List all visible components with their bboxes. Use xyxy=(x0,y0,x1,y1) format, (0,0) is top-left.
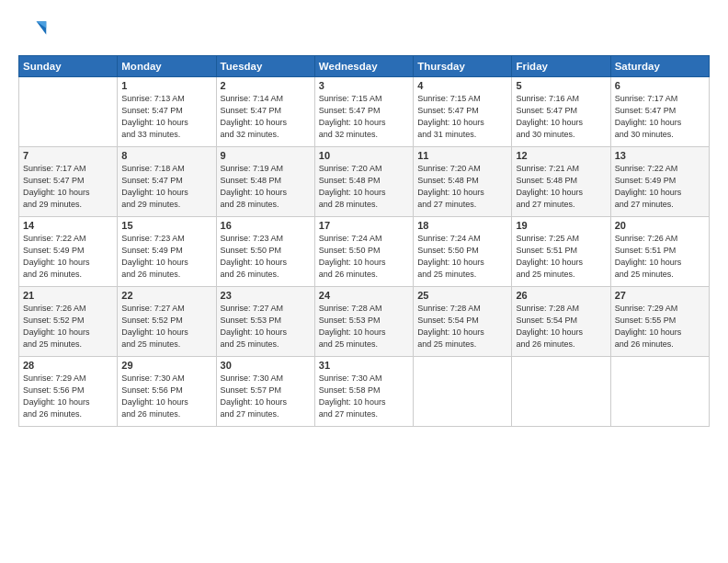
day-number: 29 xyxy=(121,360,211,371)
day-info: Sunrise: 7:20 AM Sunset: 5:48 PM Dayligh… xyxy=(319,163,409,211)
day-number: 31 xyxy=(319,360,409,371)
col-header-wednesday: Wednesday xyxy=(314,56,413,77)
day-cell: 23Sunrise: 7:27 AM Sunset: 5:53 PM Dayli… xyxy=(216,287,314,357)
day-number: 19 xyxy=(516,220,606,231)
day-number: 26 xyxy=(516,290,606,301)
week-row-1: 1Sunrise: 7:13 AM Sunset: 5:47 PM Daylig… xyxy=(19,77,710,147)
day-cell xyxy=(610,357,709,427)
day-cell: 15Sunrise: 7:23 AM Sunset: 5:49 PM Dayli… xyxy=(118,217,216,287)
day-number: 14 xyxy=(23,220,113,231)
day-cell: 22Sunrise: 7:27 AM Sunset: 5:52 PM Dayli… xyxy=(118,287,216,357)
day-info: Sunrise: 7:26 AM Sunset: 5:52 PM Dayligh… xyxy=(23,303,113,350)
col-header-friday: Friday xyxy=(512,56,610,77)
day-info: Sunrise: 7:22 AM Sunset: 5:49 PM Dayligh… xyxy=(615,163,705,211)
week-row-4: 21Sunrise: 7:26 AM Sunset: 5:52 PM Dayli… xyxy=(19,287,710,357)
day-info: Sunrise: 7:28 AM Sunset: 5:54 PM Dayligh… xyxy=(417,303,507,350)
day-number: 15 xyxy=(121,220,211,231)
day-info: Sunrise: 7:30 AM Sunset: 5:58 PM Dayligh… xyxy=(319,373,409,420)
day-info: Sunrise: 7:29 AM Sunset: 5:56 PM Dayligh… xyxy=(23,373,113,420)
day-cell: 20Sunrise: 7:26 AM Sunset: 5:51 PM Dayli… xyxy=(610,217,709,287)
day-number: 2 xyxy=(221,80,311,91)
day-cell: 10Sunrise: 7:20 AM Sunset: 5:48 PM Dayli… xyxy=(314,147,413,217)
day-info: Sunrise: 7:28 AM Sunset: 5:54 PM Dayligh… xyxy=(516,303,606,350)
week-row-2: 7Sunrise: 7:17 AM Sunset: 5:47 PM Daylig… xyxy=(19,147,710,217)
week-row-3: 14Sunrise: 7:22 AM Sunset: 5:49 PM Dayli… xyxy=(19,217,710,287)
day-cell xyxy=(512,357,610,427)
day-number: 23 xyxy=(221,290,311,301)
day-info: Sunrise: 7:23 AM Sunset: 5:50 PM Dayligh… xyxy=(221,233,311,281)
day-number: 8 xyxy=(121,150,211,161)
day-cell: 6Sunrise: 7:17 AM Sunset: 5:47 PM Daylig… xyxy=(610,77,709,147)
day-cell: 7Sunrise: 7:17 AM Sunset: 5:47 PM Daylig… xyxy=(19,147,118,217)
day-number: 6 xyxy=(615,80,705,91)
day-number: 22 xyxy=(121,290,211,301)
day-cell xyxy=(414,357,512,427)
day-cell: 21Sunrise: 7:26 AM Sunset: 5:52 PM Dayli… xyxy=(19,287,118,357)
day-info: Sunrise: 7:13 AM Sunset: 5:47 PM Dayligh… xyxy=(121,93,211,141)
day-cell: 28Sunrise: 7:29 AM Sunset: 5:56 PM Dayli… xyxy=(19,357,118,427)
day-cell: 3Sunrise: 7:15 AM Sunset: 5:47 PM Daylig… xyxy=(314,77,413,147)
day-cell: 14Sunrise: 7:22 AM Sunset: 5:49 PM Dayli… xyxy=(19,217,118,287)
day-number: 20 xyxy=(615,220,705,231)
day-info: Sunrise: 7:27 AM Sunset: 5:52 PM Dayligh… xyxy=(121,303,211,350)
day-info: Sunrise: 7:17 AM Sunset: 5:47 PM Dayligh… xyxy=(23,163,113,211)
col-header-monday: Monday xyxy=(118,56,216,77)
day-info: Sunrise: 7:24 AM Sunset: 5:50 PM Dayligh… xyxy=(417,233,507,281)
day-number: 12 xyxy=(516,150,606,161)
logo-icon xyxy=(18,17,48,46)
day-info: Sunrise: 7:21 AM Sunset: 5:48 PM Dayligh… xyxy=(516,163,606,211)
calendar-table: SundayMondayTuesdayWednesdayThursdayFrid… xyxy=(18,55,710,427)
day-info: Sunrise: 7:23 AM Sunset: 5:49 PM Dayligh… xyxy=(121,233,211,281)
day-cell: 19Sunrise: 7:25 AM Sunset: 5:51 PM Dayli… xyxy=(512,217,610,287)
day-info: Sunrise: 7:29 AM Sunset: 5:55 PM Dayligh… xyxy=(615,303,705,350)
week-row-5: 28Sunrise: 7:29 AM Sunset: 5:56 PM Dayli… xyxy=(19,357,710,427)
day-info: Sunrise: 7:24 AM Sunset: 5:50 PM Dayligh… xyxy=(319,233,409,281)
col-header-tuesday: Tuesday xyxy=(216,56,314,77)
day-info: Sunrise: 7:22 AM Sunset: 5:49 PM Dayligh… xyxy=(23,233,113,281)
day-cell: 5Sunrise: 7:16 AM Sunset: 5:47 PM Daylig… xyxy=(512,77,610,147)
col-header-thursday: Thursday xyxy=(414,56,512,77)
day-number: 13 xyxy=(615,150,705,161)
day-info: Sunrise: 7:20 AM Sunset: 5:48 PM Dayligh… xyxy=(417,163,507,211)
day-number: 18 xyxy=(417,220,507,231)
day-info: Sunrise: 7:16 AM Sunset: 5:47 PM Dayligh… xyxy=(516,93,606,141)
day-info: Sunrise: 7:15 AM Sunset: 5:47 PM Dayligh… xyxy=(319,93,409,141)
day-number: 25 xyxy=(417,290,507,301)
day-cell: 31Sunrise: 7:30 AM Sunset: 5:58 PM Dayli… xyxy=(314,357,413,427)
day-number: 11 xyxy=(417,150,507,161)
logo xyxy=(18,17,51,46)
day-info: Sunrise: 7:28 AM Sunset: 5:53 PM Dayligh… xyxy=(319,303,409,350)
day-cell: 25Sunrise: 7:28 AM Sunset: 5:54 PM Dayli… xyxy=(414,287,512,357)
day-number: 1 xyxy=(121,80,211,91)
day-cell: 18Sunrise: 7:24 AM Sunset: 5:50 PM Dayli… xyxy=(414,217,512,287)
day-number: 4 xyxy=(417,80,507,91)
header xyxy=(18,17,710,46)
day-cell: 27Sunrise: 7:29 AM Sunset: 5:55 PM Dayli… xyxy=(610,287,709,357)
day-cell: 11Sunrise: 7:20 AM Sunset: 5:48 PM Dayli… xyxy=(414,147,512,217)
day-number: 10 xyxy=(319,150,409,161)
day-number: 17 xyxy=(319,220,409,231)
day-info: Sunrise: 7:18 AM Sunset: 5:47 PM Dayligh… xyxy=(121,163,211,211)
day-number: 27 xyxy=(615,290,705,301)
day-cell: 30Sunrise: 7:30 AM Sunset: 5:57 PM Dayli… xyxy=(216,357,314,427)
day-info: Sunrise: 7:27 AM Sunset: 5:53 PM Dayligh… xyxy=(221,303,311,350)
day-cell: 1Sunrise: 7:13 AM Sunset: 5:47 PM Daylig… xyxy=(118,77,216,147)
day-cell: 2Sunrise: 7:14 AM Sunset: 5:47 PM Daylig… xyxy=(216,77,314,147)
day-cell: 24Sunrise: 7:28 AM Sunset: 5:53 PM Dayli… xyxy=(314,287,413,357)
day-number: 9 xyxy=(221,150,311,161)
col-header-sunday: Sunday xyxy=(19,56,118,77)
day-info: Sunrise: 7:19 AM Sunset: 5:48 PM Dayligh… xyxy=(221,163,311,211)
day-number: 30 xyxy=(221,360,311,371)
day-number: 5 xyxy=(516,80,606,91)
day-cell: 29Sunrise: 7:30 AM Sunset: 5:56 PM Dayli… xyxy=(118,357,216,427)
day-cell: 17Sunrise: 7:24 AM Sunset: 5:50 PM Dayli… xyxy=(314,217,413,287)
day-info: Sunrise: 7:30 AM Sunset: 5:56 PM Dayligh… xyxy=(121,373,211,420)
svg-rect-0 xyxy=(18,17,48,46)
day-info: Sunrise: 7:14 AM Sunset: 5:47 PM Dayligh… xyxy=(221,93,311,141)
day-cell: 26Sunrise: 7:28 AM Sunset: 5:54 PM Dayli… xyxy=(512,287,610,357)
day-number: 28 xyxy=(23,360,113,371)
day-cell: 16Sunrise: 7:23 AM Sunset: 5:50 PM Dayli… xyxy=(216,217,314,287)
day-number: 7 xyxy=(23,150,113,161)
col-header-saturday: Saturday xyxy=(610,56,709,77)
day-cell: 13Sunrise: 7:22 AM Sunset: 5:49 PM Dayli… xyxy=(610,147,709,217)
